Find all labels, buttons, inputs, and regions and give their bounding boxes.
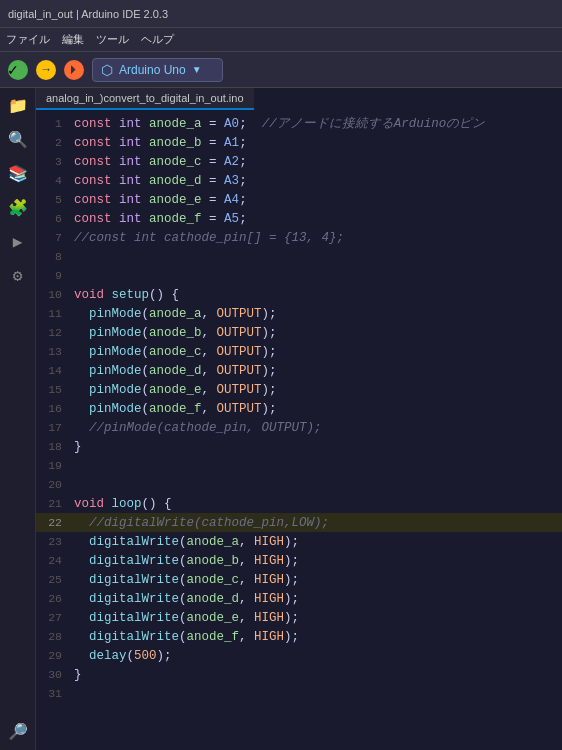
line-num-10: 10 [36,285,74,304]
line-content-12: pinMode(anode_b, OUTPUT); [74,324,277,343]
line-content-3: const int anode_c = A2; [74,153,247,172]
line-num-24: 24 [36,551,74,570]
upload-button[interactable]: → [36,60,56,80]
code-line-10: 10 void setup() { [36,285,562,304]
line-content-7: //const int cathode_pin[] = {13, 4}; [74,229,344,248]
line-num-26: 26 [36,589,74,608]
line-num-29: 29 [36,646,74,665]
code-line-17: 17 //pinMode(cathode_pin, OUTPUT); [36,418,562,437]
code-line-5: 5 const int anode_e = A4; [36,190,562,209]
line-content-14: pinMode(anode_d, OUTPUT); [74,362,277,381]
file-tab[interactable]: analog_in_)convert_to_digital_in_out.ino [36,88,254,110]
line-content-22: //digitalWrite(cathode_pin,LOW); [74,514,329,533]
line-content-15: pinMode(anode_e, OUTPUT); [74,381,277,400]
code-line-11: 11 pinMode(anode_a, OUTPUT); [36,304,562,323]
code-line-12: 12 pinMode(anode_b, OUTPUT); [36,323,562,342]
line-content-29: delay(500); [74,647,172,666]
main-layout: 📁 🔍 📚 🧩 ▶ ⚙ 🔎 analog_in_)convert_to_digi… [0,88,562,750]
line-num-13: 13 [36,342,74,361]
line-num-22: 22 [36,513,74,532]
code-line-16: 16 pinMode(anode_f, OUTPUT); [36,399,562,418]
code-line-20: 20 [36,475,562,494]
board-selector-label: Arduino Uno [119,63,186,77]
sidebar-magnify-icon[interactable]: 🔎 [8,722,28,742]
toolbar: ✓ → ⏵ ⬡ Arduino Uno ▼ [0,52,562,88]
sidebar-puzzle-icon[interactable]: 🧩 [8,198,28,218]
line-num-2: 2 [36,133,74,152]
line-content-26: digitalWrite(anode_d, HIGH); [74,590,299,609]
line-num-23: 23 [36,532,74,551]
line-content-27: digitalWrite(anode_e, HIGH); [74,609,299,628]
sidebar-debug-icon[interactable]: ▶ [13,232,23,252]
line-num-9: 9 [36,266,74,285]
line-num-8: 8 [36,247,74,266]
line-num-20: 20 [36,475,74,494]
line-num-6: 6 [36,209,74,228]
line-content-16: pinMode(anode_f, OUTPUT); [74,400,277,419]
code-line-3: 3 const int anode_c = A2; [36,152,562,171]
line-num-11: 11 [36,304,74,323]
line-num-21: 21 [36,494,74,513]
code-line-26: 26 digitalWrite(anode_d, HIGH); [36,589,562,608]
code-line-15: 15 pinMode(anode_e, OUTPUT); [36,380,562,399]
sidebar-book-icon[interactable]: 📚 [8,164,28,184]
line-num-16: 16 [36,399,74,418]
sidebar-settings-icon[interactable]: ⚙ [13,266,23,286]
code-line-25: 25 digitalWrite(anode_c, HIGH); [36,570,562,589]
line-num-17: 17 [36,418,74,437]
code-line-30: 30 } [36,665,562,684]
code-line-9: 9 [36,266,562,285]
code-line-2: 2 const int anode_b = A1; [36,133,562,152]
menu-bar: ファイル 編集 ツール ヘルプ [0,28,562,52]
dropdown-arrow-icon: ▼ [192,64,202,75]
line-num-4: 4 [36,171,74,190]
line-content-4: const int anode_d = A3; [74,172,247,191]
code-line-28: 28 digitalWrite(anode_f, HIGH); [36,627,562,646]
line-content-28: digitalWrite(anode_f, HIGH); [74,628,299,647]
line-content-2: const int anode_b = A1; [74,134,247,153]
title-bar: digital_in_out | Arduino IDE 2.0.3 [0,0,562,28]
sidebar-search-icon[interactable]: 🔍 [8,130,28,150]
line-content-5: const int anode_e = A4; [74,191,247,210]
line-num-31: 31 [36,684,74,703]
line-content-10: void setup() { [74,286,179,305]
line-content-11: pinMode(anode_a, OUTPUT); [74,305,277,324]
code-line-22: 22 //digitalWrite(cathode_pin,LOW); [36,513,562,532]
code-line-4: 4 const int anode_d = A3; [36,171,562,190]
line-num-28: 28 [36,627,74,646]
line-content-21: void loop() { [74,495,172,514]
debug-button[interactable]: ⏵ [64,60,84,80]
line-content-24: digitalWrite(anode_b, HIGH); [74,552,299,571]
code-line-23: 23 digitalWrite(anode_a, HIGH); [36,532,562,551]
verify-button[interactable]: ✓ [8,60,28,80]
menu-file[interactable]: ファイル [6,32,50,47]
menu-help[interactable]: ヘルプ [141,32,174,47]
line-content-25: digitalWrite(anode_c, HIGH); [74,571,299,590]
editor-area[interactable]: analog_in_)convert_to_digital_in_out.ino… [36,88,562,750]
code-line-7: 7 //const int cathode_pin[] = {13, 4}; [36,228,562,247]
line-num-1: 1 [36,114,74,133]
menu-edit[interactable]: 編集 [62,32,84,47]
line-num-15: 15 [36,380,74,399]
line-content-13: pinMode(anode_c, OUTPUT); [74,343,277,362]
code-line-18: 18 } [36,437,562,456]
sidebar-folder-icon[interactable]: 📁 [8,96,28,116]
board-icon: ⬡ [101,62,113,78]
line-content-1: const int anode_a = A0; //アノードに接続するArdui… [74,115,485,134]
line-num-5: 5 [36,190,74,209]
line-content-23: digitalWrite(anode_a, HIGH); [74,533,299,552]
line-num-18: 18 [36,437,74,456]
code-container: 1 const int anode_a = A0; //アノードに接続するArd… [36,110,562,707]
line-num-25: 25 [36,570,74,589]
line-num-7: 7 [36,228,74,247]
line-num-12: 12 [36,323,74,342]
line-num-27: 27 [36,608,74,627]
code-line-6: 6 const int anode_f = A5; [36,209,562,228]
board-selector[interactable]: ⬡ Arduino Uno ▼ [92,58,223,82]
code-line-19: 19 [36,456,562,475]
line-content-6: const int anode_f = A5; [74,210,247,229]
menu-tools[interactable]: ツール [96,32,129,47]
line-num-3: 3 [36,152,74,171]
code-line-21: 21 void loop() { [36,494,562,513]
code-line-24: 24 digitalWrite(anode_b, HIGH); [36,551,562,570]
